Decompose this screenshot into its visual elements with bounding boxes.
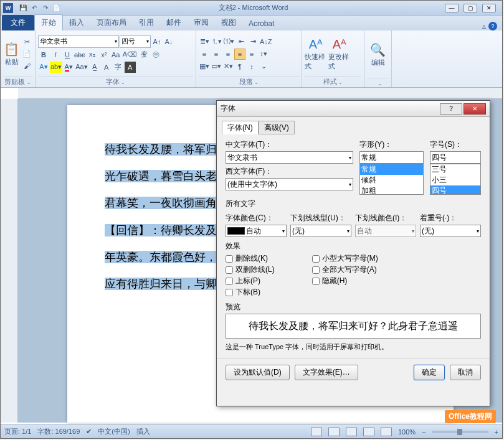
para-extra-icon[interactable]: ⌄ — [258, 61, 269, 72]
tab-references[interactable]: 引用 — [133, 15, 160, 30]
tab-mail[interactable]: 邮件 — [160, 15, 188, 30]
phonetic-icon[interactable]: 变 — [138, 49, 150, 60]
view-print-icon[interactable] — [311, 428, 322, 436]
align-right-icon[interactable]: ≡ — [222, 49, 234, 60]
cancel-button[interactable]: 取消 — [450, 365, 481, 380]
new-doc-icon[interactable]: 📄 — [52, 3, 62, 13]
grow-font-icon[interactable]: A↑ — [151, 36, 163, 47]
dialog-tab-advanced[interactable]: 高级(V) — [259, 121, 295, 134]
font-size-combo[interactable]: 四号▾ — [120, 35, 151, 48]
align-left-icon[interactable]: ≡ — [199, 49, 210, 60]
zoom-slider[interactable] — [432, 431, 488, 433]
save-icon[interactable]: 💾 — [18, 3, 28, 13]
tab-insert[interactable]: 插入 — [63, 15, 90, 30]
view-outline-icon[interactable] — [363, 428, 374, 436]
paste-button[interactable]: 📋 粘贴 — [3, 32, 20, 76]
vertical-ruler[interactable] — [1, 99, 18, 423]
shrink-font-icon[interactable]: A↓ — [163, 36, 174, 47]
asian-para-icon[interactable]: ✕▾ — [222, 61, 234, 72]
dialog-close-button[interactable]: ✕ — [464, 103, 486, 115]
underline-button[interactable]: U — [62, 49, 73, 60]
status-language[interactable]: 中文(中国) — [98, 427, 130, 436]
line-spacing-icon[interactable]: ↕▾ — [258, 49, 269, 60]
font-color-combo[interactable]: 自动▾ — [226, 225, 287, 237]
maximize-button[interactable]: ▢ — [464, 4, 477, 12]
show-marks-icon[interactable]: ¶ — [234, 61, 245, 72]
minimize-ribbon-icon[interactable]: ▵ — [482, 22, 486, 30]
font-name-combo[interactable]: 华文隶书▾ — [38, 35, 119, 48]
indent-inc-icon[interactable]: ⇥ — [247, 36, 259, 47]
zoom-in-icon[interactable]: + — [495, 428, 498, 436]
multilevel-icon[interactable]: ⑴▾ — [223, 36, 235, 47]
close-button[interactable]: ✕ — [482, 4, 496, 12]
char-border-icon[interactable]: A̲ — [89, 62, 100, 73]
underline-style-combo[interactable]: (无)▾ — [290, 225, 351, 237]
font-size-list[interactable]: 三号 小三 四号 — [430, 164, 481, 195]
align-justify-icon[interactable]: ≡ — [234, 49, 245, 60]
ok-button[interactable]: 确定 — [414, 365, 445, 380]
emphasis-combo[interactable]: (无)▾ — [420, 225, 481, 237]
chk-strike[interactable]: 删除线(K) — [226, 253, 275, 264]
text-effects-icon[interactable]: A▾ — [38, 62, 49, 73]
tab-review[interactable]: 审阅 — [188, 15, 215, 30]
font-style-list[interactable]: 常规 倾斜 加粗 — [359, 164, 424, 195]
italic-button[interactable]: I — [50, 49, 61, 60]
superscript-button[interactable]: x² — [98, 49, 110, 60]
chk-sub[interactable]: 下标(B) — [226, 287, 275, 297]
char-scaling-icon[interactable]: A — [101, 62, 112, 73]
char-shading-icon[interactable]: Aa▾ — [75, 62, 88, 73]
edit-button[interactable]: 🔍编辑 — [367, 32, 389, 78]
chk-smallcaps[interactable]: 小型大写字母(M) — [312, 253, 378, 264]
proofing-icon[interactable]: ✔ — [86, 428, 92, 436]
file-tab[interactable]: 文件 — [2, 15, 34, 30]
minimize-button[interactable]: — — [445, 4, 459, 12]
dialog-tab-font[interactable]: 字体(N) — [222, 121, 259, 134]
highlight-icon[interactable]: ab▾ — [50, 62, 62, 73]
font-size-input[interactable]: 四号 — [430, 151, 481, 164]
font-color-icon[interactable]: A▾ — [63, 62, 74, 73]
tab-home[interactable]: 开始 — [34, 14, 63, 30]
distribute-icon[interactable]: ≡ — [246, 49, 257, 60]
strike-button[interactable]: abc — [74, 49, 86, 60]
horizontal-ruler[interactable] — [18, 88, 502, 99]
copy-icon[interactable]: 📄 — [21, 49, 32, 60]
view-read-icon[interactable] — [328, 428, 340, 436]
redo-icon[interactable]: ↷ — [40, 3, 50, 13]
chk-hidden[interactable]: 隐藏(H) — [312, 276, 378, 286]
numbering-icon[interactable]: ⒈▾ — [211, 36, 222, 47]
text-effects-button[interactable]: 文字效果(E)… — [295, 365, 358, 380]
view-draft-icon[interactable] — [381, 428, 392, 436]
zoom-out-icon[interactable]: − — [422, 428, 426, 436]
status-words[interactable]: 字数: 169/169 — [37, 427, 80, 436]
status-page[interactable]: 页面: 1/1 — [4, 427, 31, 436]
borders-icon[interactable]: ▭▾ — [211, 61, 222, 72]
bold-button[interactable]: B — [38, 49, 49, 60]
change-styles-button[interactable]: Aᴬ更改样式 — [328, 32, 351, 76]
font-group-label[interactable]: 字体 — [38, 76, 193, 87]
asian-layout-icon[interactable]: 字 — [113, 62, 124, 73]
bullets-icon[interactable]: ≣▾ — [199, 36, 210, 47]
cut-icon[interactable]: ✂ — [21, 37, 32, 48]
view-web-icon[interactable] — [346, 428, 357, 436]
tab-pagelayout[interactable]: 页面布局 — [90, 15, 133, 30]
zoom-level[interactable]: 100% — [398, 428, 416, 436]
indent-dec-icon[interactable]: ⇤ — [235, 36, 247, 47]
dialog-help-button[interactable]: ? — [440, 103, 462, 115]
undo-icon[interactable]: ↶ — [29, 3, 39, 13]
clipboard-group-label[interactable]: 剪贴板 — [3, 76, 32, 87]
set-default-button[interactable]: 设为默认值(D) — [226, 365, 290, 380]
change-case-icon[interactable]: Aa — [110, 49, 121, 60]
subscript-button[interactable]: x₂ — [87, 49, 98, 60]
format-painter-icon[interactable]: 🖌 — [21, 60, 32, 72]
align-center-icon[interactable]: ≡ — [211, 49, 222, 60]
enclose-icon[interactable]: ㊥ — [150, 49, 161, 60]
quick-styles-button[interactable]: Aᴬ快速样式 — [305, 32, 327, 76]
shading-icon[interactable]: ▦▾ — [199, 61, 210, 72]
underline-color-combo[interactable]: 自动▾ — [355, 225, 416, 237]
en-font-combo[interactable]: (使用中文字体)▾ — [226, 178, 353, 190]
chk-allcaps[interactable]: 全部大写字母(A) — [312, 264, 378, 275]
help-icon[interactable]: ? — [488, 22, 497, 30]
status-mode[interactable]: 插入 — [136, 427, 150, 436]
font-style-input[interactable]: 常规 — [359, 151, 424, 164]
styles-group-label[interactable]: 样式 — [305, 76, 361, 87]
